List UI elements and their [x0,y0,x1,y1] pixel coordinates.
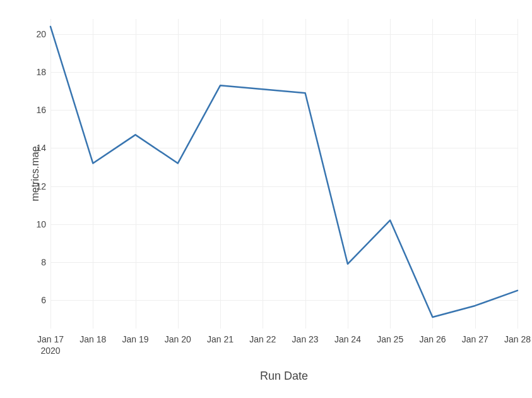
line-series [50,27,517,317]
x-tick-label: Jan 26 [419,334,446,345]
y-tick-label: 10 [8,219,46,229]
x-tick-label: Jan 19 [122,334,149,345]
x-tick-label: Jan 27 [462,334,488,345]
chart-container: metrics.mae Run Date 68101214161820 Jan … [0,0,532,398]
y-axis-title: metrics.mae [30,146,41,201]
x-tick-text: Jan 17 [37,334,64,344]
y-tick-label: 12 [8,181,46,191]
x-tick-label: Jan 25 [377,334,403,345]
y-tick-label: 18 [8,67,46,77]
plot-area [50,19,517,329]
x-tick-label: Jan 28 [504,334,531,345]
y-tick-label: 20 [8,29,46,39]
x-tick-label: Jan 21 [207,334,233,345]
x-tick-label: Jan 24 [334,334,361,345]
y-tick-label: 14 [8,143,46,153]
x-year-label: 2020 [40,346,60,356]
x-tick-label: Jan 22 [249,334,276,345]
x-tick-label: Jan 20 [165,334,191,345]
y-tick-label: 6 [8,295,46,305]
gridline-vertical [517,19,518,329]
x-tick-label: Jan 23 [292,334,319,345]
x-tick-label: Jan 18 [80,334,106,345]
x-tick-label: Jan 172020 [37,334,64,356]
plot-svg [50,19,517,329]
x-axis-title: Run Date [260,370,308,383]
y-tick-label: 16 [8,105,46,115]
y-tick-label: 8 [8,257,46,267]
